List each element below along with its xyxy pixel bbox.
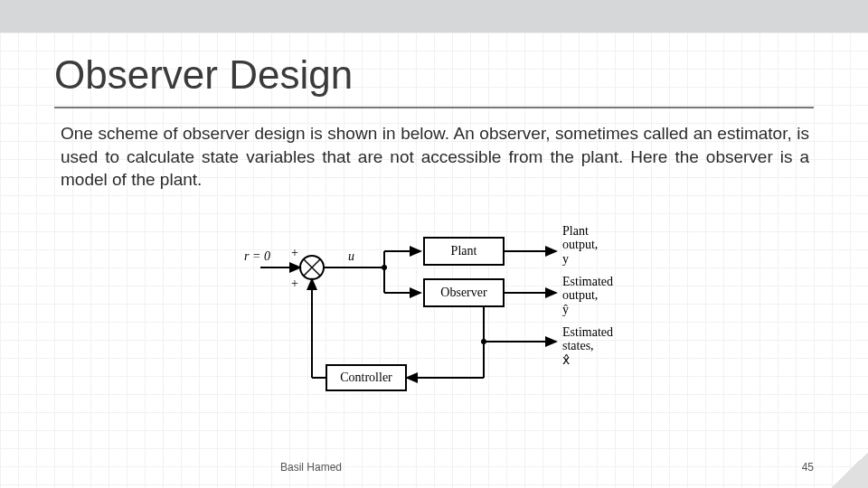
slide-title: Observer Design <box>54 52 353 98</box>
controller-block: Controller <box>326 364 407 391</box>
svg-point-14 <box>481 339 486 344</box>
plant-output-label: Plant output, y <box>562 224 598 266</box>
estimated-states-label: Estimated states, x̂ <box>562 325 613 367</box>
plant-block: Plant <box>423 237 505 266</box>
author-footer: Basil Hamed <box>280 461 342 474</box>
title-underline <box>54 107 814 108</box>
page-number: 45 <box>802 461 814 474</box>
slide: Observer Design One scheme of observer d… <box>0 0 868 488</box>
estimated-output-label: Estimated output, ŷ <box>562 275 613 316</box>
u-label: u <box>348 249 354 263</box>
corner-fold-icon <box>832 452 868 488</box>
plus-bottom: + <box>291 277 298 290</box>
block-diagram: r = 0 + + u Plant Observer Controller Pl… <box>244 224 642 414</box>
plus-top: + <box>291 246 298 259</box>
r-label: r = 0 <box>244 249 270 263</box>
observer-block: Observer <box>423 278 505 307</box>
body-text: One scheme of observer design is shown i… <box>61 122 809 192</box>
top-bar <box>0 0 868 33</box>
